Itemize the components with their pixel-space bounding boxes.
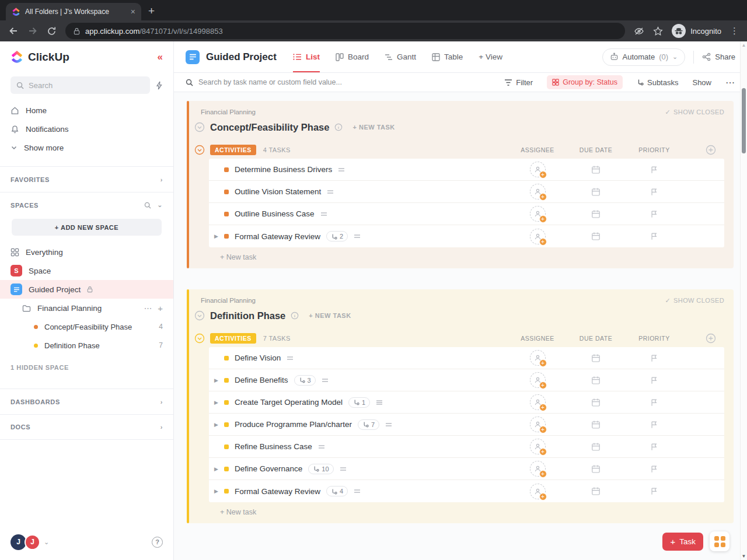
task-name[interactable]: Formal Gateway Review xyxy=(235,232,320,241)
subtask-count-badge[interactable]: 2 xyxy=(326,231,348,242)
assignee-add-icon[interactable]: + xyxy=(530,416,546,432)
subtask-count-badge[interactable]: 7 xyxy=(358,419,379,430)
task-status-bullet[interactable] xyxy=(224,489,229,494)
breadcrumb[interactable]: Financial Planning xyxy=(201,297,256,304)
tab-gantt[interactable]: Gantt xyxy=(385,41,416,72)
column-assignee[interactable]: ASSIGNEE xyxy=(508,146,567,153)
reload-icon[interactable] xyxy=(47,26,57,36)
sidebar-item-financial-planning[interactable]: Financial Planning ⋯ + xyxy=(0,299,173,317)
priority-flag-icon[interactable] xyxy=(650,210,658,218)
sidebar-section-favorites[interactable]: FAVORITES › xyxy=(0,166,173,192)
group-by-button[interactable]: Group by: Status xyxy=(547,75,623,89)
task-name[interactable]: Outline Business Case xyxy=(235,209,315,218)
assignee-add-icon[interactable]: + xyxy=(530,484,546,499)
sidebar-item-definition-phase[interactable]: Definition Phase 7 xyxy=(0,336,173,355)
sidebar-section-docs[interactable]: DOCS › xyxy=(0,414,173,440)
due-date-icon[interactable] xyxy=(591,464,601,474)
priority-flag-icon[interactable] xyxy=(650,188,658,196)
subtask-count-badge[interactable]: 3 xyxy=(294,375,316,386)
task-row[interactable]: ▶ Define Benefits 3 + xyxy=(209,369,724,391)
assignee-add-icon[interactable]: + xyxy=(530,439,546,454)
task-status-bullet[interactable] xyxy=(224,234,229,239)
due-date-icon[interactable] xyxy=(591,442,601,452)
status-badge[interactable]: ACTIVITIES xyxy=(210,333,256,344)
subtask-count-badge[interactable]: 10 xyxy=(308,464,333,474)
task-status-bullet[interactable] xyxy=(224,444,229,449)
add-column-icon[interactable] xyxy=(706,333,716,344)
priority-flag-icon[interactable] xyxy=(650,166,658,174)
task-status-bullet[interactable] xyxy=(224,190,229,194)
scroll-down-icon[interactable]: ▼ xyxy=(741,554,747,559)
task-row[interactable]: ▶ Outline Business Case + xyxy=(209,203,724,225)
column-priority[interactable]: PRIORITY xyxy=(625,335,683,342)
assignee-add-icon[interactable]: + xyxy=(530,461,546,477)
expand-arrow-icon[interactable]: ▶ xyxy=(214,377,224,383)
breadcrumb[interactable]: Financial Planning xyxy=(201,108,256,116)
expand-arrow-icon[interactable]: ▶ xyxy=(214,422,224,428)
due-date-icon[interactable] xyxy=(591,398,601,407)
priority-flag-icon[interactable] xyxy=(650,376,658,384)
group-title[interactable]: Definition Phase xyxy=(210,310,285,321)
help-icon[interactable]: ? xyxy=(152,537,163,548)
sidebar-section-dashboards[interactable]: DASHBOARDS › xyxy=(0,388,173,414)
task-name[interactable]: Refine Business Case xyxy=(235,442,312,451)
sidebar-item-guided-project[interactable]: Guided Project xyxy=(0,280,173,299)
task-row[interactable]: ▶ Refine Business Case + xyxy=(209,436,724,458)
share-button[interactable]: Share xyxy=(702,52,735,61)
scrollbar-thumb[interactable] xyxy=(742,88,746,153)
tab-table[interactable]: Table xyxy=(432,41,463,72)
browser-tab[interactable]: All Folders | J's Workspace × xyxy=(6,3,141,20)
task-name[interactable]: Create Target Operating Model xyxy=(235,398,343,407)
new-tab-button[interactable]: + xyxy=(148,5,155,16)
tab-list[interactable]: List xyxy=(293,41,320,72)
task-search-input[interactable] xyxy=(198,78,385,86)
due-date-icon[interactable] xyxy=(591,376,601,385)
due-date-icon[interactable] xyxy=(591,165,601,174)
workspace-avatar[interactable]: J xyxy=(11,534,26,550)
task-name[interactable]: Define Vision xyxy=(235,354,281,362)
task-status-bullet[interactable] xyxy=(224,467,229,471)
assignee-add-icon[interactable]: + xyxy=(530,394,546,410)
tab-close-icon[interactable]: × xyxy=(131,7,135,16)
column-assignee[interactable]: ASSIGNEE xyxy=(508,335,567,342)
add-task-button[interactable]: + New task xyxy=(220,508,724,516)
column-due-date[interactable]: DUE DATE xyxy=(567,335,625,342)
subtask-count-badge[interactable]: 4 xyxy=(326,486,348,496)
vertical-scrollbar[interactable]: ▲ ▼ xyxy=(740,41,747,560)
expand-arrow-icon[interactable]: ▶ xyxy=(214,400,224,405)
sidebar-item-home[interactable]: Home xyxy=(0,101,173,120)
task-status-bullet[interactable] xyxy=(224,378,229,383)
task-status-bullet[interactable] xyxy=(224,422,229,427)
due-date-icon[interactable] xyxy=(591,232,601,241)
priority-flag-icon[interactable] xyxy=(650,443,658,451)
assignee-add-icon[interactable]: + xyxy=(530,162,546,177)
collapse-status-icon[interactable] xyxy=(194,145,205,155)
task-name[interactable]: Formal Gateway Review xyxy=(235,487,320,496)
assignee-add-icon[interactable]: + xyxy=(530,229,546,244)
new-task-header-button[interactable]: + NEW TASK xyxy=(309,312,351,319)
show-closed-button[interactable]: ✓SHOW CLOSED xyxy=(665,108,724,116)
task-status-bullet[interactable] xyxy=(224,356,229,360)
sidebar-item-concept-phase[interactable]: Concept/Feasibility Phase 4 xyxy=(0,317,173,336)
bookmark-star-icon[interactable] xyxy=(653,26,663,36)
filter-button[interactable]: Filter xyxy=(504,78,533,87)
due-date-icon[interactable] xyxy=(591,354,601,363)
apps-launcher-button[interactable] xyxy=(710,531,729,551)
sidebar-collapse-icon[interactable]: « xyxy=(158,51,163,63)
sidebar-item-show-more[interactable]: Show more xyxy=(0,138,173,157)
folder-more-icon[interactable]: ⋯ xyxy=(144,303,152,313)
sidebar-item-space[interactable]: S Space xyxy=(0,261,173,280)
collapse-group-icon[interactable] xyxy=(194,310,205,321)
collapse-group-icon[interactable] xyxy=(194,122,205,132)
sidebar-section-spaces[interactable]: SPACES ⌄ xyxy=(0,192,173,218)
add-task-button[interactable]: + New task xyxy=(220,253,724,261)
expand-arrow-icon[interactable]: ▶ xyxy=(214,233,224,239)
status-badge[interactable]: ACTIVITIES xyxy=(210,145,256,155)
column-priority[interactable]: PRIORITY xyxy=(625,146,683,153)
task-status-bullet[interactable] xyxy=(224,212,229,216)
eye-off-icon[interactable] xyxy=(634,27,644,36)
column-due-date[interactable]: DUE DATE xyxy=(567,146,625,153)
task-row[interactable]: ▶ Define Governance 10 + xyxy=(209,458,724,480)
spaces-search-icon[interactable] xyxy=(144,202,151,209)
user-avatar[interactable]: J xyxy=(25,534,40,550)
